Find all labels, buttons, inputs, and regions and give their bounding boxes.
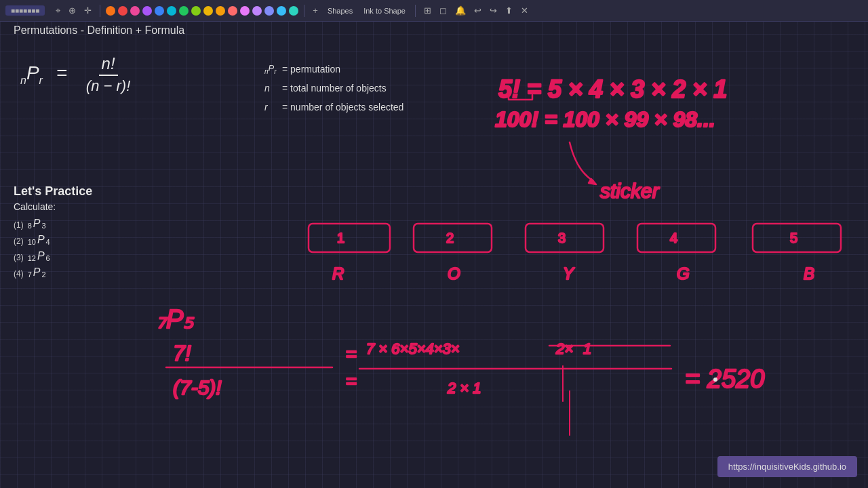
practice-3-bottom: 6 (46, 254, 50, 262)
practice-subtitle: Calculate: (14, 201, 92, 212)
color-pink[interactable] (130, 6, 140, 16)
color-fuchsia[interactable] (240, 6, 250, 16)
color-indigo[interactable] (264, 6, 274, 16)
practice-1-P: P (33, 218, 41, 230)
separator-3 (415, 5, 416, 17)
legend-n-label: = total number of objects (282, 79, 387, 98)
color-orange[interactable] (106, 6, 115, 16)
practice-num-1: (1) (14, 220, 24, 230)
add-tool[interactable]: + (310, 4, 321, 17)
select-tool[interactable]: ✛ (81, 4, 94, 17)
color-teal[interactable] (289, 6, 298, 16)
close-icon[interactable]: ✕ (518, 4, 531, 17)
title-text: Permutations - Definition + Formula (14, 24, 184, 36)
formula-subscript-n: n (20, 75, 26, 86)
website-badge: https://inquisitiveKids.github.io (717, 456, 857, 477)
formula-denominator: (n − r)! (83, 76, 133, 95)
practice-2-bottom: 4 (46, 238, 50, 246)
practice-4-P: P (33, 266, 41, 279)
color-blue[interactable] (155, 6, 164, 16)
formula-P: P (26, 62, 39, 83)
color-cyan[interactable] (167, 6, 176, 16)
formula-numerator: n! (99, 54, 118, 76)
share-icon[interactable]: ⬆ (502, 4, 515, 17)
practice-4-top: 7 (28, 270, 32, 279)
color-coral[interactable] (228, 6, 237, 16)
legend-r-label: = number of objects selected (282, 98, 403, 117)
zoom-tool[interactable]: ⊞ (421, 4, 434, 17)
practice-item-4: (4) 7 P 2 (14, 266, 92, 279)
color-violet[interactable] (252, 6, 262, 16)
website-url: https://inquisitiveKids.github.io (728, 462, 846, 472)
practice-item-2: (2) 10 P 4 (14, 234, 92, 246)
formula-section: nPr = n! (n − r)! (20, 54, 136, 95)
cursor-tool[interactable]: ⌖ (53, 4, 63, 18)
legend-r: r (264, 98, 277, 117)
practice-3-P: P (37, 250, 45, 262)
practice-2-top: 10 (28, 238, 36, 246)
practice-item-3: (3) 12 P 6 (14, 250, 92, 262)
legend-permutation-label: = permutation (282, 60, 340, 79)
practice-section: Let's Practice Calculate: (1) 8 P 3 (2) … (14, 184, 92, 283)
legend-row-permutation: nPr = permutation (264, 60, 403, 79)
color-yellow[interactable] (203, 6, 213, 16)
shapes-button[interactable]: Shapes (323, 5, 357, 16)
legend-row-r: r = number of objects selected (264, 98, 403, 117)
formula-equals: = (56, 62, 67, 83)
eraser-tool[interactable]: ◻ (437, 4, 450, 17)
practice-num-3: (3) (14, 253, 24, 262)
color-amber[interactable] (216, 6, 225, 16)
practice-num-2: (2) (14, 237, 24, 246)
formula-fraction: n! (n − r)! (83, 54, 133, 95)
color-purple[interactable] (142, 6, 152, 16)
practice-1-bottom: 3 (41, 222, 45, 230)
legend-nPr: nPr (264, 60, 277, 79)
legend-row-n: n = total number of objects (264, 79, 403, 98)
color-lime[interactable] (191, 6, 201, 16)
color-red[interactable] (118, 6, 127, 16)
formula-display: nPr = n! (n − r)! (20, 54, 136, 95)
mouse-cursor (713, 378, 717, 382)
color-green[interactable] (179, 6, 189, 16)
formula-subscript-r: r (39, 75, 43, 86)
practice-1-top: 8 (28, 222, 32, 230)
formula-legend: nPr = permutation n = total number of ob… (264, 60, 403, 117)
practice-item-1: (1) 8 P 3 (14, 218, 92, 230)
color-sky[interactable] (277, 6, 286, 16)
toolbar: ■■■■■■■ ⌖ ⊕ ✛ + Shapes Ink to Shape ⊞ ◻ … (0, 0, 868, 22)
undo-icon[interactable]: ↩ (471, 4, 484, 17)
practice-title: Let's Practice (14, 184, 92, 199)
bell-icon[interactable]: 🔔 (452, 4, 469, 17)
separator-2 (304, 5, 304, 17)
page-title: Permutations - Definition + Formula (14, 24, 184, 37)
practice-2-P: P (37, 234, 45, 246)
ink-to-shape-button[interactable]: Ink to Shape (359, 5, 410, 16)
redo-icon[interactable]: ↪ (487, 4, 500, 17)
practice-4-bottom: 2 (41, 270, 45, 279)
brand-text: ■■■■■■■ (11, 7, 39, 14)
crosshair-tool[interactable]: ⊕ (66, 4, 79, 17)
toolbar-brand[interactable]: ■■■■■■■ (5, 5, 45, 16)
practice-3-top: 12 (28, 254, 36, 262)
separator-1 (100, 5, 100, 17)
practice-num-4: (4) (14, 269, 24, 279)
legend-n: n (264, 79, 277, 98)
